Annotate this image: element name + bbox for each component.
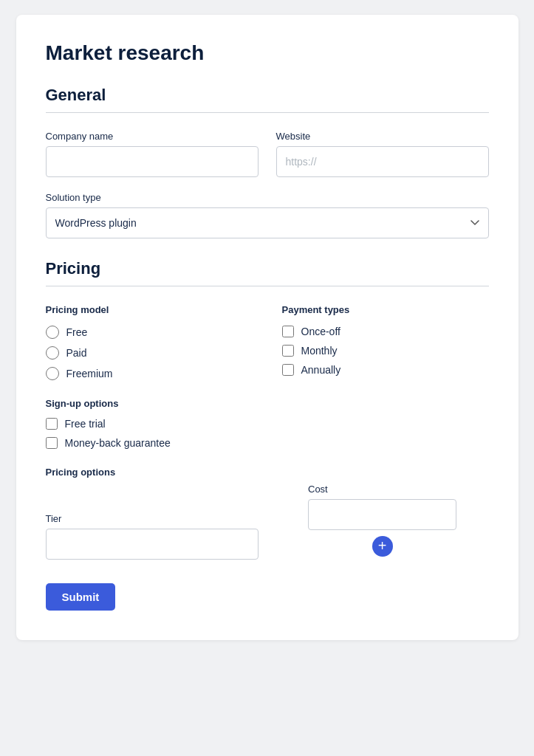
- signup-free-trial-label: Free trial: [65, 418, 106, 430]
- pricing-section: Pricing Pricing model Free Paid: [46, 259, 489, 611]
- tier-input[interactable]: [46, 529, 259, 560]
- cost-input[interactable]: [308, 499, 456, 530]
- pricing-model-radio-group: Free Paid Freemium: [46, 326, 253, 380]
- payment-once-off-checkbox[interactable]: [282, 326, 294, 337]
- company-website-row: Company name Website: [46, 131, 489, 177]
- general-section-title: General: [46, 86, 489, 105]
- payment-types-checkbox-group: Once-off Monthly Annually: [282, 326, 489, 376]
- payment-annually-checkbox[interactable]: [282, 364, 294, 376]
- payment-monthly-item[interactable]: Monthly: [282, 345, 489, 357]
- signup-free-trial-checkbox[interactable]: [46, 418, 58, 430]
- website-input[interactable]: [276, 146, 489, 177]
- main-card: Market research General Company name Web…: [16, 15, 518, 640]
- pricing-model-free-item[interactable]: Free: [46, 326, 253, 339]
- pricing-model-freemium-label: Freemium: [66, 368, 113, 379]
- pricing-model-freemium-item[interactable]: Freemium: [46, 367, 253, 380]
- payment-once-off-label: Once-off: [301, 326, 340, 337]
- tier-label: Tier: [46, 513, 259, 524]
- solution-type-label: Solution type: [46, 192, 489, 203]
- add-row-button[interactable]: +: [372, 536, 393, 557]
- cost-label: Cost: [308, 484, 456, 495]
- signup-money-back-item[interactable]: Money-back guarantee: [46, 437, 489, 449]
- signup-options-section: Sign-up options Free trial Money-back gu…: [46, 398, 489, 449]
- pricing-model-column: Pricing model Free Paid Freemium: [46, 304, 253, 380]
- company-name-field: Company name: [46, 131, 259, 177]
- signup-options-checkbox-group: Free trial Money-back guarantee: [46, 418, 489, 449]
- payment-monthly-checkbox[interactable]: [282, 345, 294, 357]
- website-field: Website: [276, 131, 489, 177]
- signup-options-label: Sign-up options: [46, 398, 489, 409]
- payment-once-off-item[interactable]: Once-off: [282, 326, 489, 337]
- signup-money-back-label: Money-back guarantee: [65, 437, 171, 449]
- payment-types-label: Payment types: [282, 304, 489, 315]
- website-label: Website: [276, 131, 489, 142]
- pricing-model-paid-item[interactable]: Paid: [46, 346, 253, 360]
- pricing-model-label: Pricing model: [46, 304, 253, 315]
- payment-annually-item[interactable]: Annually: [282, 364, 489, 376]
- signup-money-back-checkbox[interactable]: [46, 437, 58, 449]
- pricing-model-free-radio[interactable]: [46, 326, 59, 339]
- tier-field: Tier: [46, 513, 259, 560]
- tier-cost-row: Tier Cost +: [46, 484, 489, 560]
- signup-free-trial-item[interactable]: Free trial: [46, 418, 489, 430]
- payment-types-column: Payment types Once-off Monthly Annually: [282, 304, 489, 380]
- pricing-model-freemium-radio[interactable]: [46, 367, 59, 380]
- page-title: Market research: [46, 41, 489, 65]
- solution-type-select[interactable]: WordPress plugin SaaS Mobile app Desktop…: [46, 207, 489, 238]
- pricing-model-payment-row: Pricing model Free Paid Freemium: [46, 304, 489, 380]
- payment-monthly-label: Monthly: [301, 345, 338, 357]
- pricing-section-title: Pricing: [46, 259, 489, 278]
- payment-annually-label: Annually: [301, 364, 341, 376]
- pricing-options-title: Pricing options: [46, 467, 489, 478]
- solution-type-field: Solution type WordPress plugin SaaS Mobi…: [46, 192, 489, 238]
- pricing-model-paid-radio[interactable]: [46, 346, 59, 360]
- general-divider: [46, 112, 489, 113]
- pricing-divider: [46, 286, 489, 286]
- pricing-model-paid-label: Paid: [66, 347, 87, 359]
- pricing-model-free-label: Free: [66, 326, 88, 338]
- cost-field: Cost +: [276, 484, 489, 560]
- company-name-label: Company name: [46, 131, 259, 142]
- pricing-options-section: Pricing options Tier Cost +: [46, 467, 489, 560]
- submit-button[interactable]: Submit: [46, 583, 116, 611]
- company-name-input[interactable]: [46, 146, 259, 177]
